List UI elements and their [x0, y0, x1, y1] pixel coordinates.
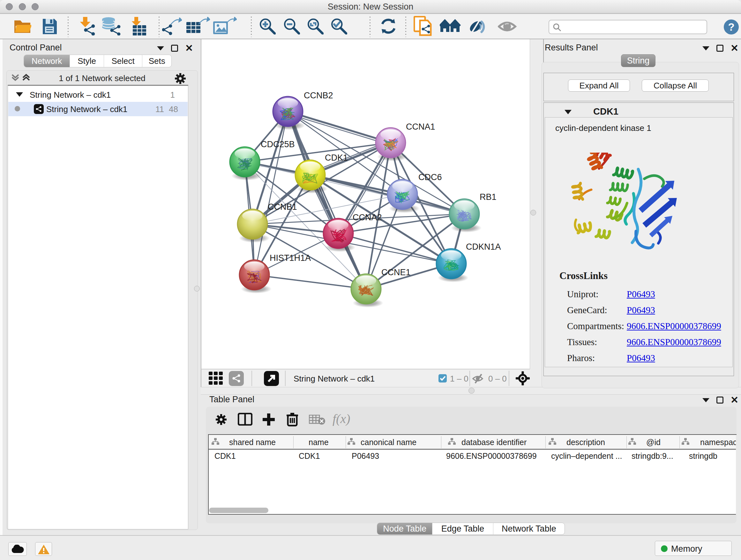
svg-text:CCNA2: CCNA2	[353, 212, 382, 222]
svg-text:CDC6: CDC6	[418, 172, 442, 182]
svg-text:CDK1: CDK1	[325, 153, 348, 163]
svg-text:CCNE1: CCNE1	[381, 267, 411, 277]
svg-text:CCNB2: CCNB2	[304, 91, 333, 100]
svg-text:CDKN1A: CDKN1A	[466, 242, 501, 252]
svg-text:CDC25B: CDC25B	[261, 139, 295, 149]
svg-text:RB1: RB1	[480, 192, 496, 202]
svg-text:HIST1H1A: HIST1H1A	[270, 253, 311, 263]
svg-text:CCNA1: CCNA1	[406, 122, 435, 132]
svg-text:CCNB1: CCNB1	[268, 202, 297, 212]
